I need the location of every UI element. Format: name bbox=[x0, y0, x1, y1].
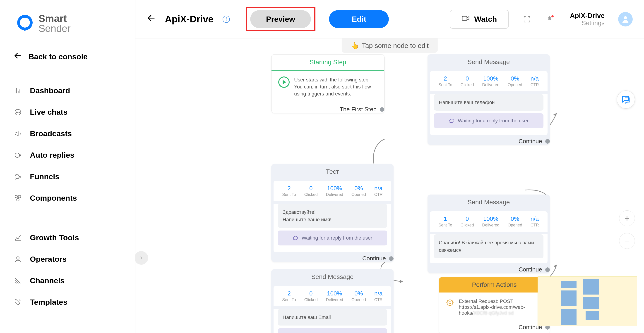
node-send-thanks[interactable]: Send Message 1Sent To0Clicked100%Deliver… bbox=[428, 195, 550, 273]
node-title: Starting Step bbox=[272, 54, 384, 71]
info-icon[interactable]: i bbox=[222, 15, 230, 23]
start-text: User starts with the following step. You… bbox=[294, 76, 378, 97]
message-text: Здравствуйте! Напишите ваше имя! bbox=[278, 204, 387, 228]
svg-point-22 bbox=[449, 302, 451, 304]
chat-icon bbox=[14, 108, 22, 116]
zoom-out-button[interactable]: − bbox=[619, 233, 635, 249]
svg-point-14 bbox=[624, 16, 627, 19]
message-text: Напишите ваш телефон bbox=[434, 94, 544, 111]
auto-icon bbox=[14, 151, 22, 159]
node-test[interactable]: Тест 2Sent To 0Clicked 100%Delivered 0%O… bbox=[271, 164, 394, 262]
sidebar: SmartSender Back to console Dashboard Li… bbox=[0, 0, 136, 333]
node-title: Perform Actions bbox=[439, 277, 550, 293]
megaphone-icon bbox=[14, 129, 22, 138]
svg-marker-19 bbox=[554, 265, 556, 268]
video-icon bbox=[462, 14, 470, 24]
waiting-reply: Waiting for a reply from the user bbox=[278, 231, 387, 246]
minimap[interactable] bbox=[538, 277, 637, 326]
svg-point-5 bbox=[15, 153, 20, 157]
svg-point-7 bbox=[15, 178, 16, 179]
node-title: Send Message bbox=[271, 269, 394, 285]
nav-label: Growth Tools bbox=[30, 233, 79, 242]
svg-point-3 bbox=[18, 112, 18, 112]
page-title: ApiX-Drive bbox=[165, 14, 214, 25]
logo-icon bbox=[16, 14, 34, 32]
svg-rect-13 bbox=[462, 16, 467, 20]
connector-dot[interactable] bbox=[389, 256, 394, 261]
sidebar-collapse-button[interactable] bbox=[136, 251, 148, 265]
funnel-icon bbox=[14, 172, 22, 181]
node-perform-actions[interactable]: Perform Actions External Request: POST h… bbox=[439, 277, 550, 333]
sidebar-item-funnels[interactable]: Funnels bbox=[7, 166, 128, 187]
chart-icon bbox=[14, 86, 22, 95]
nav-label: Auto replies bbox=[30, 151, 74, 159]
watch-button[interactable]: Watch bbox=[450, 10, 509, 29]
chat-fab[interactable] bbox=[617, 90, 635, 109]
gear-icon bbox=[446, 298, 455, 308]
nav-label: Components bbox=[30, 194, 77, 202]
sidebar-item-channels[interactable]: Channels bbox=[7, 270, 128, 291]
arrow-left-icon bbox=[14, 51, 22, 61]
user-menu[interactable]: ApiX-Drive Settings bbox=[570, 12, 604, 27]
templates-icon bbox=[14, 298, 22, 307]
sidebar-item-operators[interactable]: Operators bbox=[7, 248, 128, 270]
edit-button[interactable]: Edit bbox=[329, 10, 389, 28]
nav-label: Broadcasts bbox=[30, 129, 72, 138]
preview-highlight: Preview bbox=[246, 7, 316, 31]
user-sub: Settings bbox=[570, 19, 604, 27]
connector-dot[interactable] bbox=[380, 107, 384, 112]
fullscreen-icon[interactable] bbox=[522, 15, 532, 24]
node-footer-label: Continue bbox=[518, 266, 542, 273]
node-starting-step[interactable]: Starting Step User starts with the follo… bbox=[271, 54, 384, 113]
waiting-reply: Waiting for a reply from the user bbox=[278, 328, 387, 333]
logo: SmartSender bbox=[7, 9, 128, 47]
svg-marker-17 bbox=[554, 113, 556, 117]
svg-marker-16 bbox=[400, 279, 402, 283]
node-send-email[interactable]: Send Message 2Sent To0Clicked100%Deliver… bbox=[271, 269, 394, 333]
logo-text-1: Smart bbox=[38, 13, 71, 23]
connector-dot[interactable] bbox=[545, 267, 550, 272]
message-text: Напишите ваш Email bbox=[278, 309, 387, 326]
play-icon bbox=[278, 76, 290, 88]
user-name: ApiX-Drive bbox=[570, 12, 604, 19]
nav-label: Funnels bbox=[30, 172, 59, 181]
node-title: Тест bbox=[271, 164, 394, 179]
sidebar-item-dashboard[interactable]: Dashboard bbox=[7, 80, 128, 101]
svg-point-9 bbox=[15, 195, 18, 198]
avatar[interactable] bbox=[618, 12, 633, 26]
sidebar-item-autoreplies[interactable]: Auto replies bbox=[7, 144, 128, 166]
node-footer-label: Continue bbox=[518, 138, 542, 145]
back-to-console-button[interactable]: Back to console bbox=[7, 47, 128, 66]
canvas[interactable]: 👆 Tap some node to edit Starting Step Us… bbox=[136, 38, 644, 333]
sidebar-item-broadcasts[interactable]: Broadcasts bbox=[7, 123, 128, 144]
notifications-icon[interactable] bbox=[545, 15, 554, 24]
node-send-phone[interactable]: Send Message 2Sent To0Clicked100%Deliver… bbox=[428, 54, 550, 145]
sidebar-item-components[interactable]: Components bbox=[7, 187, 128, 209]
zoom-in-button[interactable]: + bbox=[619, 210, 635, 226]
preview-button[interactable]: Preview bbox=[250, 10, 311, 28]
sidebar-item-growthtools[interactable]: Growth Tools bbox=[7, 227, 128, 248]
action-text: External Request: POST https://s1.apix-d… bbox=[459, 298, 543, 316]
node-title: Send Message bbox=[428, 54, 550, 70]
connector-dot[interactable] bbox=[545, 139, 550, 144]
waiting-reply: Waiting for a reply from the user bbox=[434, 113, 544, 128]
node-footer-label: The First Step bbox=[340, 106, 376, 113]
hint-text: Tap some node to edit bbox=[362, 42, 429, 49]
components-icon bbox=[14, 194, 22, 202]
header-back-button[interactable] bbox=[147, 13, 156, 25]
nav-label: Channels bbox=[30, 276, 64, 285]
svg-point-12 bbox=[16, 257, 19, 259]
svg-point-6 bbox=[15, 174, 16, 175]
nav-label: Live chats bbox=[30, 108, 68, 116]
zoom-controls: + − bbox=[619, 210, 635, 249]
node-title: Send Message bbox=[428, 195, 550, 210]
sidebar-item-templates[interactable]: Templates bbox=[7, 291, 128, 313]
logo-text-2: Sender bbox=[38, 23, 71, 33]
sidebar-item-livechats[interactable]: Live chats bbox=[7, 101, 128, 123]
nav-label: Operators bbox=[30, 255, 67, 264]
back-label: Back to console bbox=[28, 52, 88, 61]
growth-icon bbox=[14, 234, 22, 242]
message-text: Спасибо! В ближайшее время мы с вами свя… bbox=[434, 234, 544, 258]
svg-point-10 bbox=[18, 195, 20, 198]
tap-hint: 👆 Tap some node to edit bbox=[342, 38, 438, 53]
